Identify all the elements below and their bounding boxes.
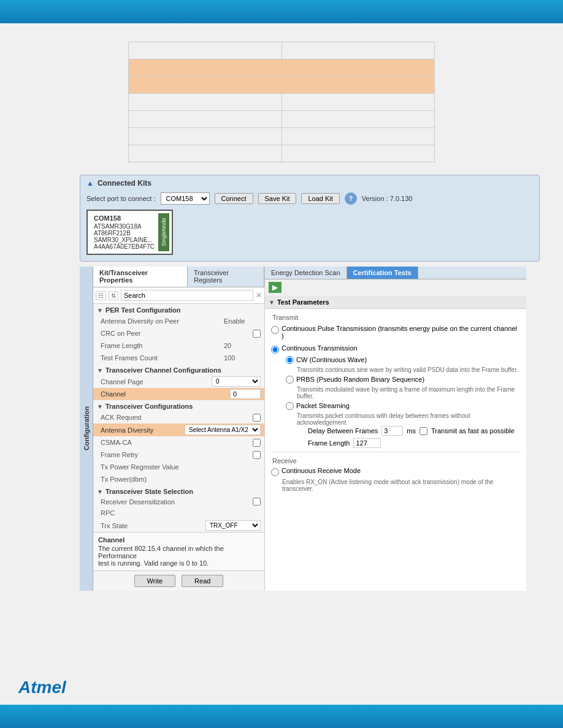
- tab-transceiver-registers[interactable]: Transceiver Registers: [188, 267, 264, 287]
- frame-length-label2: Frame Length: [308, 439, 350, 447]
- transceiver-config-header[interactable]: ▼ Transceiver Configurations: [93, 400, 264, 411]
- search-clear-button[interactable]: ✕: [256, 291, 262, 300]
- frame-length-input[interactable]: [353, 438, 381, 448]
- ack-request-label: ACK Request: [101, 414, 253, 421]
- transceiver-channel-title: Transceiver Channel Configurations: [105, 366, 221, 374]
- search-bar: ☷ ⇅ ✕: [93, 287, 264, 304]
- channel-row: Channel: [93, 388, 264, 400]
- trx-state-label: Trx State: [101, 522, 205, 529]
- table-row: [129, 42, 435, 59]
- kit-line2: AT86RF212B: [94, 230, 155, 237]
- channel-page-label: Channel Page: [101, 378, 212, 385]
- write-button[interactable]: Write: [134, 575, 175, 587]
- kit-line1: ATSAMR30G18A: [94, 223, 155, 230]
- description-title: Channel: [98, 536, 259, 544]
- tx-power-dbm-label: Tx Power(dbm): [101, 476, 261, 483]
- continuous-receive-row: Continuous Receive Mode: [271, 467, 520, 476]
- search-input[interactable]: [121, 290, 253, 301]
- antenna-diversity-row: Antenna Diversity Select Antenna A1/X2: [93, 423, 264, 436]
- packet-streaming-radio[interactable]: [286, 402, 294, 410]
- per-test-title: PER Test Configuration: [105, 306, 181, 314]
- antenna-diversity-peer-value: Enable: [224, 317, 261, 325]
- table-cell: [282, 128, 435, 145]
- continuous-transmission-label: Continuous Transmission: [282, 344, 358, 352]
- search-icon-btn[interactable]: ☷: [96, 291, 106, 300]
- kit-info: COM158 ATSAMR30G18A AT86RF212B SAMR30_XP…: [90, 213, 158, 251]
- transmit-fast-checkbox[interactable]: [419, 427, 427, 435]
- channel-input[interactable]: [230, 389, 261, 399]
- per-test-arrow: ▼: [97, 307, 103, 314]
- frame-retry-checkbox[interactable]: [253, 451, 261, 459]
- trx-state-select[interactable]: TRX_OFF: [205, 520, 261, 531]
- table-row: [129, 59, 435, 77]
- trx-state-row: Trx State TRX_OFF: [93, 519, 264, 532]
- transceiver-config-title: Transceiver Configurations: [105, 403, 193, 410]
- frame-length-row: Frame Length 20: [93, 339, 264, 352]
- collapse-icon[interactable]: ▲: [86, 179, 94, 188]
- right-panel: Energy Detection Scan Certification Test…: [265, 267, 526, 591]
- delay-label: Delay Between Frames: [308, 427, 378, 434]
- kit-side-label: SingleNode: [158, 213, 169, 251]
- tab-certification-tests[interactable]: Certification Tests: [347, 267, 418, 279]
- receiver-desensitization-label: Receiver Desensitization: [101, 498, 250, 506]
- load-kit-button[interactable]: Load Kit: [301, 193, 339, 204]
- table-cell: [282, 145, 435, 162]
- rpc-row: RPC: [93, 507, 264, 519]
- prbs-row: PRBS (Pseudo Random Binary Sequence): [286, 376, 520, 384]
- csma-ca-label: CSMA-CA: [101, 439, 253, 446]
- rpc-label: RPC: [101, 509, 261, 517]
- table-cell: [129, 145, 282, 162]
- kit-line3: SAMR30_XPLAINE...: [94, 237, 155, 243]
- transceiver-channel-header[interactable]: ▼ Transceiver Channel Configurations: [93, 364, 264, 375]
- tx-power-reg-label: Tx Power Regmster Value: [101, 463, 261, 471]
- connect-button[interactable]: Connect: [215, 193, 253, 204]
- csma-ca-checkbox[interactable]: [253, 439, 261, 447]
- state-selection-title: Transceiver State Selection: [105, 488, 193, 495]
- connected-kits-title: Connected Kits: [98, 179, 151, 188]
- continuous-pulse-radio[interactable]: [271, 326, 279, 334]
- sort-icon-btn[interactable]: ⇅: [109, 291, 118, 300]
- continuous-transmission-radio[interactable]: [271, 346, 279, 354]
- right-tabs: Energy Detection Scan Certification Test…: [265, 267, 526, 279]
- play-button[interactable]: ▶: [269, 282, 282, 293]
- description-text: The current 802.15.4 channel in which th…: [98, 545, 259, 567]
- top-table: [128, 42, 435, 162]
- table-cell: [282, 94, 435, 111]
- receiver-desensitization-checkbox[interactable]: [253, 498, 261, 506]
- channel-page-select[interactable]: 0: [212, 376, 261, 387]
- port-label: Select port to connect :: [86, 195, 156, 202]
- transmit-label: Transmit: [272, 314, 520, 321]
- table-row: [129, 111, 435, 128]
- crc-on-peer-label: CRC on Peer: [101, 330, 253, 337]
- read-button[interactable]: Read: [182, 575, 223, 587]
- antenna-diversity-select[interactable]: Select Antenna A1/X2: [185, 425, 261, 435]
- port-select[interactable]: COM158: [161, 192, 210, 205]
- crc-on-peer-checkbox[interactable]: [253, 330, 261, 338]
- state-selection-header[interactable]: ▼ Transceiver State Selection: [93, 485, 264, 496]
- save-kit-button[interactable]: Save Kit: [258, 193, 297, 204]
- crc-on-peer-row: CRC on Peer: [93, 327, 264, 339]
- continuous-transmission-row: Continuous Transmission: [271, 344, 520, 354]
- description-box: Channel The current 802.15.4 channel in …: [93, 532, 264, 571]
- continuous-receive-desc: Enables RX_ON (Active listening mode wit…: [282, 479, 520, 492]
- antenna-diversity-peer-label: Antenna Diversity on Peer: [101, 317, 224, 325]
- delay-input[interactable]: [381, 426, 403, 436]
- prbs-radio[interactable]: [286, 376, 294, 384]
- frame-retry-row: Frame Retry: [93, 449, 264, 461]
- tx-power-dbm-row: Tx Power(dbm): [93, 473, 264, 485]
- table-cell: [282, 59, 435, 77]
- transceiver-config-arrow: ▼: [97, 403, 103, 410]
- tab-kit-properties[interactable]: Kit/Transceiver Properties: [93, 267, 188, 287]
- table-row: [129, 128, 435, 145]
- delay-unit: ms: [407, 427, 416, 434]
- prbs-desc: Transmits modulated wave by writing a fr…: [297, 386, 520, 400]
- transceiver-channel-arrow: ▼: [97, 367, 103, 374]
- connected-kits-panel: ▲ Connected Kits Select port to connect …: [80, 175, 540, 262]
- atmel-logo: Atmel: [18, 678, 66, 697]
- help-button[interactable]: ?: [345, 192, 357, 205]
- per-test-section-header[interactable]: ▼ PER Test Configuration: [93, 304, 264, 315]
- ack-request-checkbox[interactable]: [253, 414, 261, 422]
- cw-radio[interactable]: [286, 356, 294, 364]
- continuous-receive-radio[interactable]: [271, 468, 279, 476]
- tab-energy-detection[interactable]: Energy Detection Scan: [265, 267, 347, 279]
